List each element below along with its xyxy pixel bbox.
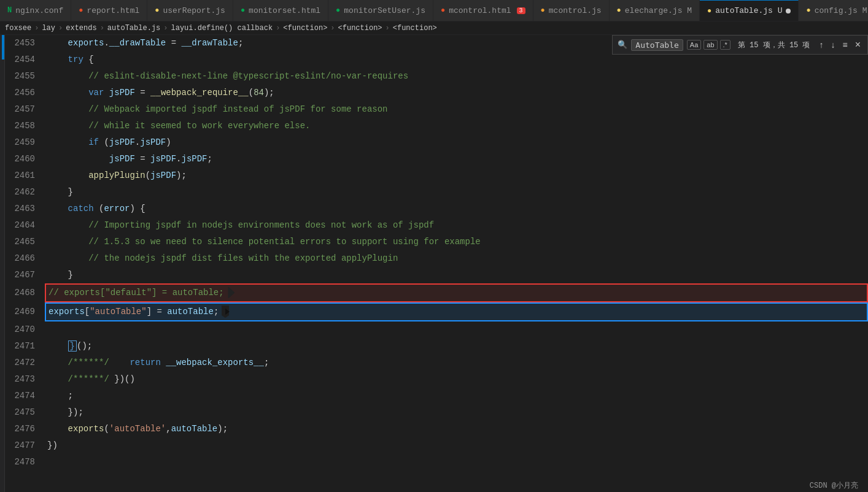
line-number: 2461 <box>5 167 45 184</box>
line-number: 2465 <box>5 234 45 250</box>
line-content: } <box>45 267 868 283</box>
tab-nginx[interactable]: N nginx.conf <box>0 0 71 21</box>
code-area[interactable]: 🔍 AutoTable Aa ab .* 第 15 项，共 15 项 ↑ ↓ ≡… <box>5 35 868 492</box>
code-line: 2457 // Webpack imported jspdf instead o… <box>5 101 868 118</box>
find-options: Aa ab .* <box>687 40 730 50</box>
line-number: 2456 <box>5 85 45 101</box>
code-line: 2477 }) <box>5 437 868 454</box>
breadcrumb-item[interactable]: <function> <box>283 24 327 33</box>
code-line: 2462 } <box>5 184 868 201</box>
tab-config-js[interactable]: ● config.js M <box>799 0 868 21</box>
line-content: jsPDF = jsPDF.jsPDF; <box>45 151 868 167</box>
line-number: 2470 <box>5 321 45 338</box>
line-number: 2463 <box>5 201 45 217</box>
code-line-highlighted-red: 2468 // exports["default"] = autoTable; <box>5 283 868 302</box>
tab-label: monitorset.html <box>249 6 320 15</box>
line-number: 2453 <box>5 35 45 52</box>
line-number: 2468 <box>5 285 45 301</box>
line-content: /******/ return __webpack_exports__; <box>45 355 868 371</box>
tab-autotable-js[interactable]: ● autoTable.js U <box>700 0 799 21</box>
js-icon: ● <box>541 6 545 15</box>
line-number: 2464 <box>5 217 45 234</box>
breadcrumb-item[interactable]: foxsee <box>5 24 31 33</box>
find-prev-btn[interactable]: ↑ <box>817 40 825 50</box>
line-content: // while it seemed to work everywhere el… <box>45 118 868 134</box>
find-next-btn[interactable]: ↓ <box>829 40 837 50</box>
code-lines: 2453 exports.__drawTable = __drawTable; … <box>5 35 868 471</box>
html-icon: ● <box>241 6 245 15</box>
line-content: catch (error) { <box>45 201 868 217</box>
whole-word-btn[interactable]: ab <box>703 40 717 50</box>
tab-report-html[interactable]: ● report.html <box>71 0 147 21</box>
regex-btn[interactable]: .* <box>720 40 730 50</box>
breadcrumb-item[interactable]: <function> <box>393 24 437 33</box>
line-content: // 1.5.3 so we need to silence potential… <box>45 234 868 250</box>
code-line: 2463 catch (error) { <box>5 201 868 217</box>
line-number: 2477 <box>5 437 45 454</box>
line-number: 2478 <box>5 454 45 471</box>
js-icon: ● <box>336 6 340 15</box>
nginx-icon: N <box>7 6 12 15</box>
breadcrumb-item[interactable]: lay <box>42 24 55 33</box>
find-count: 第 15 项，共 15 项 <box>738 40 810 50</box>
code-line: 2473 /******/ })() <box>5 371 868 388</box>
line-number: 2474 <box>5 388 45 404</box>
find-bar-label: 🔍 <box>618 40 627 50</box>
tab-label: autoTable.js U <box>715 6 782 15</box>
js-icon: ● <box>707 7 711 15</box>
tab-label: monitorSetUser.js <box>344 6 425 15</box>
modified-dot <box>786 9 791 13</box>
tab-elecharge-js[interactable]: ● elecharge.js M <box>610 0 700 21</box>
code-line: 2475 }); <box>5 404 868 421</box>
find-close-btn[interactable]: × <box>853 39 862 50</box>
bottom-bar-text: CSDN @小月亮 <box>810 482 858 490</box>
line-content: // Importing jspdf in nodejs environment… <box>45 217 868 234</box>
tab-label: userReport.js <box>163 6 225 15</box>
svg-marker-0 <box>228 287 234 298</box>
code-line: 2470 <box>5 321 868 338</box>
line-number: 2460 <box>5 151 45 167</box>
line-content: ; <box>45 388 868 404</box>
code-line: 2472 /******/ return __webpack_exports__… <box>5 355 868 371</box>
tab-label: config.js M <box>815 6 867 15</box>
code-line-highlighted-blue: 2469 exports["autoTable"] = autoTable; <box>5 302 868 321</box>
tab-userreport-js[interactable]: ● userReport.js <box>147 0 233 21</box>
tab-label: elecharge.js M <box>625 6 692 15</box>
tab-monitorsetuser-js[interactable]: ● monitorSetUser.js <box>328 0 433 21</box>
line-content: }(); <box>45 338 868 355</box>
breadcrumb-item[interactable]: <function> <box>338 24 382 33</box>
line-number: 2473 <box>5 371 45 388</box>
tab-label: mcontrol.html <box>449 6 511 15</box>
tab-label: mcontrol.js <box>549 6 602 15</box>
badge: 3 <box>517 7 525 14</box>
breadcrumb-item[interactable]: layui.define() callback <box>171 24 273 33</box>
code-line: 2456 var jsPDF = __webpack_require__(84)… <box>5 85 868 101</box>
line-content: // exports["default"] = autoTable; <box>45 283 868 302</box>
match-case-btn[interactable]: Aa <box>687 40 701 50</box>
code-line: 2476 exports('autoTable',autoTable); <box>5 421 868 437</box>
left-sidebar <box>0 35 5 492</box>
line-content <box>45 321 868 338</box>
breadcrumb: foxsee › lay › extends › autoTable.js › … <box>0 21 868 35</box>
code-line: 2460 jsPDF = jsPDF.jsPDF; <box>5 151 868 167</box>
code-line: 2471 }(); <box>5 338 868 355</box>
code-line: 2464 // Importing jspdf in nodejs enviro… <box>5 217 868 234</box>
tab-monitorset-html[interactable]: ● monitorset.html <box>233 0 328 21</box>
line-number: 2454 <box>5 52 45 68</box>
breadcrumb-item[interactable]: autoTable.js <box>107 24 160 33</box>
breadcrumb-item[interactable]: extends <box>66 24 96 33</box>
line-number: 2472 <box>5 355 45 371</box>
line-content: // eslint-disable-next-line @typescript-… <box>45 68 868 85</box>
tab-mcontrol-js[interactable]: ● mcontrol.js <box>533 0 610 21</box>
line-content: applyPlugin(jsPDF); <box>45 167 868 184</box>
modified-indicator <box>2 35 4 60</box>
html-icon: ● <box>441 6 445 15</box>
tab-mcontrol-html[interactable]: ● mcontrol.html 3 <box>433 0 533 21</box>
find-input-display[interactable]: AutoTable <box>631 39 683 51</box>
js-icon: ● <box>155 6 159 15</box>
line-number: 2471 <box>5 338 45 355</box>
line-content: /******/ })() <box>45 371 868 388</box>
find-expand-btn[interactable]: ≡ <box>840 40 849 50</box>
code-line: 2474 ; <box>5 388 868 404</box>
code-line: 2461 applyPlugin(jsPDF); <box>5 167 868 184</box>
